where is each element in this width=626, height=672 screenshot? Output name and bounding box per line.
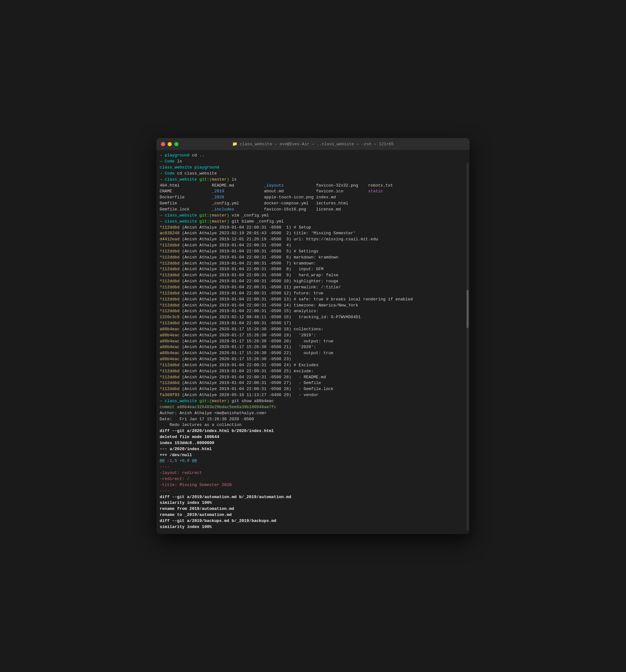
traffic-lights bbox=[161, 142, 179, 146]
titlebar: 📁 class_website — eve@Eves-Air — ..class… bbox=[157, 138, 469, 150]
terminal-line: a88b4eac (Anish Athalye 2020-01-17 15:26… bbox=[160, 350, 466, 356]
terminal-line: diff --git a/2019/automation.md b/_2019/… bbox=[160, 494, 466, 500]
terminal-line: similarity index 100% bbox=[160, 524, 466, 530]
terminal-line: ^112ddbd (Anish Athalye 2019-01-04 22:00… bbox=[160, 386, 466, 392]
terminal-line: ---- bbox=[160, 488, 466, 494]
terminal-line: ^112ddbd (Anish Athalye 2019-01-04 22:00… bbox=[160, 266, 466, 272]
terminal-line: ^112ddbd (Anish Athalye 2019-01-04 22:00… bbox=[160, 285, 466, 291]
terminal-line: Gemfile.lock _includes favicon-16x16.png… bbox=[160, 207, 466, 213]
terminal-line: ^112ddbd (Anish Athalye 2019-01-04 22:00… bbox=[160, 368, 466, 375]
terminal-line: → class_website git:(master) git blame _… bbox=[160, 219, 466, 225]
terminal-line: commit a88b4eac326483e29bdac5ee0a39b1809… bbox=[160, 404, 466, 410]
terminal-line: ^112ddbd (Anish Athalye 2019-01-04 22:00… bbox=[160, 308, 466, 314]
terminal-line: → class_website git:(master) vim _config… bbox=[160, 213, 466, 219]
terminal-line: +++ /dev/null bbox=[160, 452, 466, 458]
terminal-line: ^112ddbd (Anish Athalye 2019-01-04 22:00… bbox=[160, 375, 466, 381]
terminal-line: -redirect: / bbox=[160, 476, 466, 482]
terminal-line: ^112ddbd (Anish Athalye 2019-01-04 22:00… bbox=[160, 243, 466, 248]
terminal-line: ^112ddbd (Anish Athalye 2019-01-04 22:00… bbox=[160, 380, 466, 386]
terminal-line: similarity index 100% bbox=[160, 500, 466, 506]
terminal-body[interactable]: → playground cd .. → Code ls class_websi… bbox=[157, 150, 469, 534]
maximize-button[interactable] bbox=[174, 142, 179, 146]
terminal-line: Date: Fri Jan 17 15:26:30 2020 -0500 bbox=[160, 416, 466, 423]
terminal-line: a88b4eac (Anish Athalye 2020-01-17 15:26… bbox=[160, 356, 466, 362]
terminal-line: → Code ls bbox=[160, 159, 466, 165]
terminal-line: ^112ddbd (Anish Athalye 2019-01-04 22:00… bbox=[160, 291, 466, 296]
terminal-line: d4412ead (Anish Athalye 2019-12-01 21:26… bbox=[160, 237, 466, 243]
terminal-line: 404.html README.md _layouts favicon-32x3… bbox=[160, 183, 466, 189]
close-button[interactable] bbox=[161, 142, 165, 146]
terminal-line: --- a/2020/index.html bbox=[160, 446, 466, 452]
terminal-line: ^112ddbd (Anish Athalye 2019-01-04 22:00… bbox=[160, 255, 466, 261]
terminal-line: ^112ddbd (Anish Athalye 2019-01-04 22:00… bbox=[160, 362, 466, 368]
terminal-line: rename from 2019/automation.md bbox=[160, 506, 466, 512]
terminal-line: rename to _2019/automation.md bbox=[160, 512, 466, 518]
terminal-line: → class_website git:(master) git show a8… bbox=[160, 398, 466, 404]
terminal-line: ^112ddbd (Anish Athalye 2019-01-04 22:00… bbox=[160, 225, 466, 231]
terminal-line: diff --git a/2020/index.html b/2020/inde… bbox=[160, 428, 466, 434]
terminal-line: a88b4eac (Anish Athalye 2020-01-17 15:26… bbox=[160, 344, 466, 350]
terminal-line: ^112ddbd (Anish Athalye 2019-01-04 22:00… bbox=[160, 303, 466, 309]
terminal-line: ^112ddbd (Anish Athalye 2019-01-04 22:00… bbox=[160, 296, 466, 303]
terminal-line: → class_website git:(master) ls bbox=[160, 177, 466, 183]
terminal-line: ^112ddbd (Anish Athalye 2019-01-04 22:00… bbox=[160, 248, 466, 255]
terminal-line: Dockerfile _2020 apple-touch-icon.png in… bbox=[160, 195, 466, 200]
terminal-line: a88b4eac (Anish Athalye 2020-01-17 15:26… bbox=[160, 327, 466, 333]
terminal-line: ---- bbox=[160, 464, 466, 470]
terminal-line: a88b4eac (Anish Athalye 2020-01-17 15:26… bbox=[160, 333, 466, 339]
terminal-line: fa309f93 (Anish Athalye 2020-05-16 11:13… bbox=[160, 392, 466, 398]
terminal-line: @@ -1,5 +0,0 @@ bbox=[160, 458, 466, 464]
terminal-line: Gemfile _config.yml docker-compose.yml l… bbox=[160, 200, 466, 207]
terminal-line: Redo lectures as a collection bbox=[160, 422, 466, 428]
terminal-window: 📁 class_website — eve@Eves-Air — ..class… bbox=[157, 138, 469, 534]
terminal-line: ^112ddbd (Anish Athalye 2019-01-04 22:00… bbox=[160, 272, 466, 279]
terminal-line: ^112ddbd (Anish Athalye 2019-01-04 22:00… bbox=[160, 261, 466, 267]
minimize-button[interactable] bbox=[168, 142, 172, 146]
terminal-line: → playground cd .. bbox=[160, 152, 466, 159]
terminal-line: ^112ddbd (Anish Athalye 2019-01-04 22:00… bbox=[160, 320, 466, 327]
terminal-line: CNAME _2019 about.md favicon.ico static bbox=[160, 189, 466, 195]
terminal-line: index 153ddc8..0000000 bbox=[160, 440, 466, 446]
terminal-line: Author: Anish Athalye <me@anishathalye.c… bbox=[160, 410, 466, 416]
terminal-line: diff --git a/2019/backups.md b/_2019/bac… bbox=[160, 518, 466, 524]
terminal-line: ^112ddbd (Anish Athalye 2019-01-04 22:00… bbox=[160, 279, 466, 285]
window-title: 📁 class_website — eve@Eves-Air — ..class… bbox=[232, 141, 393, 147]
terminal-line: → Code cd class_website bbox=[160, 171, 466, 177]
terminal-line: -title: Missing Semester 2020 bbox=[160, 482, 466, 488]
terminal-line: deleted file mode 100644 bbox=[160, 434, 466, 440]
terminal-line: 1320c3c9 (Anish Athalye 2023-02-12 08:48… bbox=[160, 314, 466, 320]
terminal-line: a88b4eac (Anish Athalye 2020-01-17 15:26… bbox=[160, 339, 466, 344]
terminal-line: ac838248 (Anish Athalye 2023-02-19 20:01… bbox=[160, 231, 466, 237]
terminal-line: -layout: redirect bbox=[160, 470, 466, 476]
terminal-line: class_website playground bbox=[160, 165, 466, 171]
